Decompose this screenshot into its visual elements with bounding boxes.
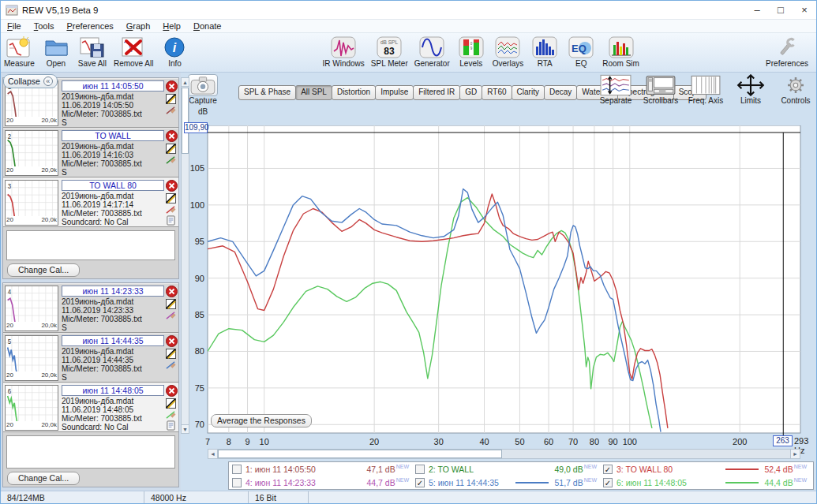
measurement-title-input[interactable]: июн 11 14:05:50 bbox=[62, 80, 164, 91]
measurement-thumbnail[interactable]: 42020,0k bbox=[5, 286, 58, 331]
legend-checkbox[interactable]: ✓ bbox=[415, 478, 425, 487]
scroll-up-icon[interactable]: ▲ bbox=[182, 78, 189, 87]
change-cal-button[interactable]: Change Cal... bbox=[7, 263, 80, 277]
measurement-thumbnail[interactable]: 32020,0k bbox=[5, 180, 58, 226]
notes-box[interactable] bbox=[6, 435, 175, 469]
tab-impulse[interactable]: Impulse bbox=[375, 85, 414, 100]
legend-checkbox[interactable]: ✓ bbox=[603, 465, 613, 474]
measurement-thumbnail[interactable]: 52020,0k bbox=[5, 335, 58, 381]
average-responses-button[interactable]: Average the Responses bbox=[211, 414, 312, 427]
measure-button[interactable]: Measure bbox=[1, 35, 38, 69]
info-button[interactable]: iInfo bbox=[156, 35, 193, 69]
measurement-card-5[interactable]: 52020,0kиюн 11 14:44:352019июнь-дба.mdat… bbox=[3, 333, 178, 383]
vertical-scrollbar-thumb[interactable] bbox=[182, 88, 189, 154]
trace-pencil-icon[interactable] bbox=[166, 409, 176, 420]
measurement-title-input[interactable]: TO WALL bbox=[62, 130, 164, 141]
tab-rt60[interactable]: RT60 bbox=[482, 85, 512, 100]
measurement-thumbnail[interactable]: 22020,0k bbox=[5, 130, 58, 176]
delete-measurement-icon[interactable] bbox=[166, 130, 178, 142]
edit-graph-icon[interactable] bbox=[166, 94, 176, 104]
rta-button[interactable]: RTA bbox=[527, 35, 563, 69]
edit-graph-icon[interactable] bbox=[166, 398, 176, 409]
chart-plot[interactable]: 1051009590858075707891020304050607080901… bbox=[181, 125, 804, 454]
measurement-card-4[interactable]: 42020,0kиюн 11 14:23:332019июнь-дба.mdat… bbox=[3, 283, 178, 333]
trace-pencil-icon[interactable] bbox=[166, 155, 176, 165]
measurement-card-3[interactable]: 32020,0kTO WALL 802019июнь-дба.mdat11.06… bbox=[3, 177, 178, 227]
ir-windows-button[interactable]: IR Windows bbox=[319, 35, 367, 69]
trace-pencil-icon[interactable] bbox=[166, 204, 176, 215]
menu-graph[interactable]: Graph bbox=[120, 21, 157, 31]
legend-label: 3: TO WALL 80 bbox=[616, 465, 723, 474]
cal-file-icon[interactable] bbox=[166, 420, 176, 431]
collapse-button[interactable]: Collapse « bbox=[3, 74, 58, 88]
scroll-down-icon[interactable]: ▼ bbox=[182, 424, 189, 433]
status-bar: 84/124MB48000 Hz16 Bit bbox=[1, 491, 816, 504]
tab-gd[interactable]: GD bbox=[459, 85, 482, 100]
tab-clarity[interactable]: Clarity bbox=[512, 85, 545, 100]
trace-pencil-icon[interactable] bbox=[166, 310, 176, 320]
limits-button[interactable]: Limits bbox=[731, 74, 770, 105]
legend-checkbox[interactable] bbox=[415, 465, 425, 474]
tab-distortion[interactable]: Distortion bbox=[332, 85, 376, 100]
spl-meter-button[interactable]: dB SPL83SPL Meter bbox=[368, 35, 411, 69]
measurement-title-input[interactable]: июн 11 14:48:05 bbox=[62, 385, 164, 396]
legend-checkbox[interactable] bbox=[232, 478, 242, 487]
edit-graph-icon[interactable] bbox=[166, 144, 176, 154]
change-cal-button[interactable]: Change Cal... bbox=[7, 472, 80, 485]
maximize-button[interactable]: □ bbox=[769, 2, 793, 19]
room-sim-button[interactable]: Room Sim bbox=[599, 35, 643, 69]
legend-checkbox[interactable]: ✓ bbox=[603, 478, 613, 487]
tab-decay[interactable]: Decay bbox=[544, 85, 577, 100]
scrollbars-button[interactable]: Scrollbars bbox=[641, 74, 680, 105]
legend-checkbox[interactable] bbox=[232, 465, 242, 474]
trace-pencil-icon[interactable] bbox=[166, 105, 176, 115]
edit-graph-icon[interactable] bbox=[166, 193, 176, 203]
cal-file-icon[interactable] bbox=[166, 215, 176, 226]
horizontal-scrollbar-thumb[interactable] bbox=[218, 450, 502, 458]
measurement-card-6[interactable]: 62020,0kиюн 11 14:48:052019июнь-дба.mdat… bbox=[3, 383, 178, 432]
delete-measurement-icon[interactable] bbox=[166, 180, 178, 192]
edit-graph-icon[interactable] bbox=[166, 299, 176, 309]
measurement-card-2[interactable]: 22020,0kTO WALL2019июнь-дба.mdat11.06.20… bbox=[3, 128, 178, 177]
overlays-button[interactable]: Overlays bbox=[489, 35, 527, 69]
controls-button[interactable]: Controls bbox=[776, 74, 815, 105]
trace-pencil-icon[interactable] bbox=[166, 360, 176, 370]
remove-all-button[interactable]: Remove All bbox=[111, 35, 157, 69]
measurement-title-input[interactable]: TO WALL 80 bbox=[62, 180, 164, 191]
menu-file[interactable]: File bbox=[1, 21, 28, 31]
tab-all-spl[interactable]: All SPL bbox=[295, 85, 332, 100]
menu-tools[interactable]: Tools bbox=[28, 21, 61, 31]
delete-measurement-icon[interactable] bbox=[166, 385, 178, 397]
measurement-title-input[interactable]: июн 11 14:44:35 bbox=[62, 335, 164, 346]
freq-axis-button[interactable]: Freq. Axis bbox=[686, 74, 725, 105]
delete-measurement-icon[interactable] bbox=[166, 286, 178, 297]
capture-button[interactable]: Capture dB bbox=[186, 74, 220, 116]
open-button[interactable]: Open bbox=[38, 35, 74, 69]
measurement-title-input[interactable]: июн 11 14:23:33 bbox=[62, 286, 164, 297]
separate-button[interactable]: Separate bbox=[596, 74, 635, 105]
edit-graph-icon[interactable] bbox=[166, 349, 176, 359]
generator-button[interactable]: Generator bbox=[411, 35, 453, 69]
tab-filtered-ir[interactable]: Filtered IR bbox=[413, 85, 460, 100]
menu-preferences[interactable]: Preferences bbox=[60, 21, 119, 31]
save-all-button[interactable]: Save All bbox=[74, 35, 111, 69]
y-axis-unit[interactable]: dB bbox=[186, 107, 220, 116]
close-button[interactable]: × bbox=[793, 2, 816, 19]
y-top-limit-box[interactable]: 109,90 bbox=[184, 122, 208, 133]
scroll-left-icon[interactable]: ◄ bbox=[208, 450, 218, 458]
menu-help[interactable]: Help bbox=[156, 21, 187, 31]
minimize-button[interactable]: – bbox=[745, 2, 769, 19]
rew-window: REW V5,19 Beta 9 – □ × FileToolsPreferen… bbox=[0, 0, 817, 504]
levels-button[interactable]: 09Levels bbox=[453, 35, 489, 69]
delete-measurement-icon[interactable] bbox=[166, 335, 178, 347]
notes-box[interactable] bbox=[6, 230, 175, 260]
preferences-button[interactable]: Preferences bbox=[763, 35, 811, 69]
x-right-limit-box[interactable]: 263 bbox=[773, 435, 793, 446]
measurement-thumbnail[interactable]: 62020,0k bbox=[5, 385, 58, 431]
delete-measurement-icon[interactable] bbox=[166, 80, 178, 92]
tab-spl-phase[interactable]: SPL & Phase bbox=[238, 85, 296, 100]
scroll-right-icon[interactable]: ► bbox=[790, 450, 800, 458]
horizontal-scrollbar[interactable]: ◄ ► bbox=[208, 449, 800, 459]
eq-button[interactable]: EQEQ bbox=[563, 35, 599, 69]
menu-donate[interactable]: Donate bbox=[187, 21, 227, 31]
